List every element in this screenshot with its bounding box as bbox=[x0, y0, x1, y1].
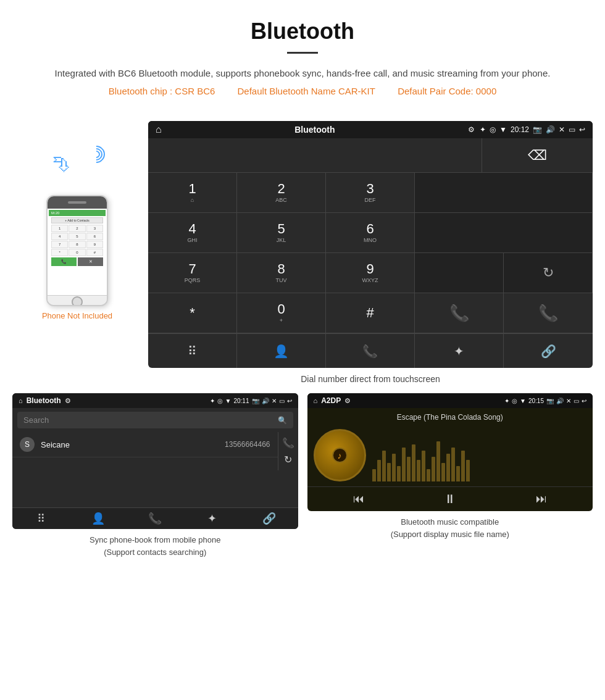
dial-key-9[interactable]: 9WXYZ bbox=[326, 253, 415, 293]
phone-home-button[interactable] bbox=[72, 296, 83, 307]
phone-key-8[interactable]: 8 bbox=[69, 241, 85, 248]
music-screenshot-item: ⌂ A2DP ⚙ ✦ ◎ ▼ 20:15 📷 🔊 ✕ ▭ ↩ Escape (T… bbox=[307, 393, 593, 558]
music-vol-icon: 🔊 bbox=[556, 398, 564, 404]
music-usb-icon: ⚙ bbox=[344, 397, 351, 405]
phone-key-4[interactable]: 4 bbox=[51, 233, 68, 240]
pb-dialpad-icon[interactable]: ⠿ bbox=[12, 512, 70, 525]
eq-bar-17 bbox=[451, 448, 455, 481]
phone-call-btn[interactable]: 📞 bbox=[51, 257, 77, 266]
dial-key-1[interactable]: 1⌂ bbox=[148, 173, 237, 213]
phone-top-bar bbox=[48, 196, 107, 209]
music-song-title: Escape (The Pina Colada Song) bbox=[307, 408, 593, 424]
pb-screen-icon: ▭ bbox=[279, 398, 285, 404]
main-content: ⮷ M:20 + Add to Contacts 1 2 3 4 5 bbox=[0, 115, 605, 393]
phonebook-screenshot-item: ⌂ Bluetooth ⚙ ✦ ◎ ▼ 20:11 📷 🔊 ✕ ▭ ↩ Sear… bbox=[12, 393, 298, 558]
dial-key-star[interactable]: * bbox=[148, 293, 237, 333]
wifi-icon: ▼ bbox=[499, 125, 507, 134]
pb-search-bar[interactable]: Search 🔍 bbox=[17, 412, 293, 428]
phone-call-bar: M:20 bbox=[49, 210, 106, 216]
pb-bt-bottom-icon[interactable]: ✦ bbox=[184, 512, 241, 525]
dial-title: Bluetooth bbox=[167, 125, 463, 135]
dial-endcall-button[interactable]: 📞 bbox=[504, 293, 593, 333]
dial-key-8[interactable]: 8TUV bbox=[237, 253, 326, 293]
dial-key-6[interactable]: 6MNO bbox=[326, 213, 415, 253]
dial-home-icon[interactable]: ⌂ bbox=[156, 124, 162, 135]
phone-key-7[interactable]: 7 bbox=[51, 241, 68, 248]
dial-phone-icon[interactable]: 📞 bbox=[326, 334, 415, 368]
music-play-pause-button[interactable]: ⏸ bbox=[444, 492, 456, 506]
pb-phone-icon[interactable]: 📞 bbox=[127, 512, 184, 525]
music-prev-button[interactable]: ⏮ bbox=[353, 493, 364, 506]
music-wifi-icon: ▼ bbox=[520, 398, 526, 404]
eq-bar-6 bbox=[397, 466, 401, 481]
dial-key-4[interactable]: 4GHI bbox=[148, 213, 237, 253]
pb-back-icon[interactable]: ↩ bbox=[287, 398, 292, 404]
phone-end-btn[interactable]: ✕ bbox=[78, 257, 103, 266]
pb-refresh-side-icon[interactable]: ↻ bbox=[284, 454, 292, 465]
phone-key-9[interactable]: 9 bbox=[86, 241, 103, 248]
dial-screen-area: ⌂ Bluetooth ⚙ ✦ ◎ ▼ 20:12 📷 🔊 ✕ ▭ ↩ bbox=[142, 121, 593, 393]
dial-contacts-icon[interactable]: 👤 bbox=[237, 334, 326, 368]
dial-key-5[interactable]: 5JKL bbox=[237, 213, 326, 253]
dial-refresh-btn[interactable]: ↻ bbox=[504, 253, 593, 293]
pb-search-icon[interactable]: 🔍 bbox=[278, 416, 287, 425]
orange-specs: Bluetooth chip : CSR BC6 Default Bluetoo… bbox=[37, 86, 568, 96]
dial-link-icon[interactable]: 🔗 bbox=[504, 334, 593, 368]
dial-key-7[interactable]: 7PQRS bbox=[148, 253, 237, 293]
pb-contacts-list: S Seicane 13566664466 bbox=[12, 432, 278, 470]
phone-key-0[interactable]: 0 bbox=[69, 249, 85, 256]
pb-link-icon[interactable]: 🔗 bbox=[241, 512, 298, 525]
phone-bottom bbox=[48, 295, 107, 306]
eq-bar-4 bbox=[387, 463, 391, 481]
phone-key-star[interactable]: * bbox=[51, 249, 68, 256]
eq-bar-7 bbox=[402, 448, 406, 481]
pb-contact-row[interactable]: S Seicane 13566664466 bbox=[12, 432, 278, 457]
dial-dialpad-icon[interactable]: ⠿ bbox=[148, 334, 237, 368]
bluetooth-icon: ⮷ bbox=[52, 155, 70, 175]
eq-bar-10 bbox=[417, 460, 420, 481]
phone-key-6[interactable]: 6 bbox=[86, 233, 103, 240]
dial-bottom-bar: ⠿ 👤 📞 ✦ 🔗 bbox=[148, 333, 593, 368]
volume-icon: 🔊 bbox=[546, 125, 555, 134]
pb-phone-side-icon[interactable]: 📞 bbox=[282, 437, 294, 449]
dial-key-3[interactable]: 3DEF bbox=[326, 173, 415, 213]
music-close-icon[interactable]: ✕ bbox=[566, 398, 571, 404]
phone-key-3[interactable]: 3 bbox=[86, 225, 103, 232]
bt-status-icon: ✦ bbox=[480, 125, 486, 134]
dial-key-hash[interactable]: # bbox=[326, 293, 415, 333]
pb-right-icons: 📞 ↻ bbox=[278, 432, 298, 470]
dial-input-cell[interactable] bbox=[148, 138, 482, 172]
music-back-icon[interactable]: ↩ bbox=[582, 398, 586, 404]
pb-home-icon[interactable]: ⌂ bbox=[19, 397, 23, 404]
dial-call-button[interactable]: 📞 bbox=[415, 293, 504, 333]
eq-bar-12 bbox=[427, 469, 430, 481]
close-icon[interactable]: ✕ bbox=[559, 125, 565, 134]
music-caption: Bluetooth music compatible (Support disp… bbox=[391, 516, 509, 540]
dial-key-2[interactable]: 2ABC bbox=[237, 173, 326, 213]
pb-close-icon[interactable]: ✕ bbox=[272, 398, 277, 404]
phone-key-1[interactable]: 1 bbox=[51, 225, 68, 232]
back-icon[interactable]: ↩ bbox=[579, 125, 585, 134]
dial-screen: ⌂ Bluetooth ⚙ ✦ ◎ ▼ 20:12 📷 🔊 ✕ ▭ ↩ bbox=[148, 121, 593, 368]
phone-key-5[interactable]: 5 bbox=[69, 233, 85, 240]
location-icon: ◎ bbox=[490, 125, 496, 134]
title-divider bbox=[287, 52, 318, 54]
eq-bar-9 bbox=[412, 444, 415, 481]
pb-loc-icon: ◎ bbox=[217, 398, 223, 404]
pb-status-bar: ⌂ Bluetooth ⚙ ✦ ◎ ▼ 20:11 📷 🔊 ✕ ▭ ↩ bbox=[12, 393, 298, 408]
dial-backspace-button[interactable]: ⌫ bbox=[482, 138, 593, 172]
dial-bluetooth-icon[interactable]: ✦ bbox=[415, 334, 504, 368]
pb-wifi-icon: ▼ bbox=[225, 398, 232, 404]
eq-bar-11 bbox=[422, 451, 425, 481]
dial-key-0[interactable]: 0+ bbox=[237, 293, 326, 333]
music-next-button[interactable]: ⏭ bbox=[536, 493, 547, 506]
music-album-inner: ♪ bbox=[332, 448, 348, 463]
music-title-label: A2DP bbox=[321, 396, 341, 405]
phone-add-contact[interactable]: + Add to Contacts bbox=[51, 217, 103, 223]
pb-contacts-icon[interactable]: 👤 bbox=[70, 512, 127, 525]
phone-key-hash[interactable]: # bbox=[86, 249, 103, 256]
music-home-icon[interactable]: ⌂ bbox=[314, 397, 318, 404]
eq-bar-20 bbox=[466, 460, 470, 481]
phone-key-2[interactable]: 2 bbox=[69, 225, 85, 232]
pb-contact-number: 13566664466 bbox=[225, 440, 270, 449]
